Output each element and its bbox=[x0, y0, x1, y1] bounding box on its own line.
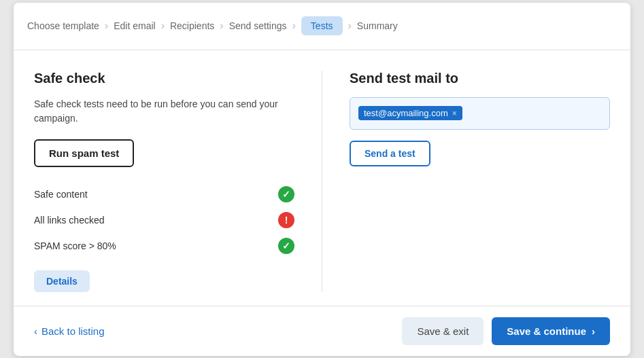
check-label-all-links: All links checked bbox=[34, 215, 105, 226]
check-icon-all-links: ! bbox=[278, 212, 294, 228]
send-test-title: Send test mail to bbox=[350, 71, 610, 86]
left-panel: Safe check Safe check tests need to be r… bbox=[34, 71, 322, 292]
back-to-listing-label: Back to listing bbox=[41, 325, 105, 337]
save-exit-button[interactable]: Save & exit bbox=[402, 317, 484, 345]
main-content: Safe check Safe check tests need to be r… bbox=[14, 50, 630, 306]
check-label-spam-score: SPAM score > 80% bbox=[34, 240, 116, 251]
step-edit-email[interactable]: Edit email bbox=[114, 20, 155, 31]
save-continue-button[interactable]: Save & continue › bbox=[492, 317, 610, 345]
send-test-button[interactable]: Send a test bbox=[350, 141, 430, 166]
step-arrow-5: › bbox=[348, 20, 352, 32]
email-input-box[interactable]: test@acymailing.com × bbox=[350, 97, 610, 130]
email-tag-close[interactable]: × bbox=[452, 109, 457, 118]
run-spam-button[interactable]: Run spam test bbox=[34, 139, 134, 167]
main-window: Choose template › Edit email › Recipient… bbox=[14, 3, 630, 356]
email-tag-address: test@acymailing.com bbox=[364, 108, 448, 118]
footer-right: Save & exit Save & continue › bbox=[402, 317, 610, 345]
safe-check-desc: Safe check tests need to be run before y… bbox=[34, 97, 294, 126]
back-arrow-icon: ‹ bbox=[34, 325, 37, 337]
step-label: Summary bbox=[357, 20, 398, 31]
safe-check-title: Safe check bbox=[34, 71, 294, 86]
step-arrow-2: › bbox=[161, 20, 165, 32]
step-arrow-4: › bbox=[292, 20, 296, 32]
step-summary[interactable]: Summary bbox=[357, 20, 398, 31]
check-icon-spam-score: ✓ bbox=[278, 238, 294, 254]
step-recipients[interactable]: Recipients bbox=[170, 20, 214, 31]
step-label: Send settings bbox=[229, 20, 287, 31]
check-label-safe-content: Safe content bbox=[34, 189, 88, 200]
right-panel: Send test mail to test@acymailing.com × … bbox=[322, 71, 610, 292]
step-label: Tests bbox=[311, 20, 333, 31]
stepper: Choose template › Edit email › Recipient… bbox=[14, 3, 630, 50]
email-tag: test@acymailing.com × bbox=[358, 106, 462, 120]
step-send-settings[interactable]: Send settings bbox=[229, 20, 287, 31]
back-to-listing-link[interactable]: ‹ Back to listing bbox=[34, 325, 105, 337]
check-icon-safe-content: ✓ bbox=[278, 186, 294, 202]
footer: ‹ Back to listing Save & exit Save & con… bbox=[14, 306, 630, 356]
step-arrow-1: › bbox=[105, 20, 108, 32]
step-label: Recipients bbox=[170, 20, 214, 31]
check-safe-content: Safe content ✓ bbox=[34, 186, 294, 202]
continue-arrow-icon: › bbox=[592, 325, 595, 337]
step-arrow-3: › bbox=[220, 20, 223, 32]
details-button[interactable]: Details bbox=[34, 270, 90, 292]
save-continue-label: Save & continue bbox=[507, 325, 586, 337]
step-label: Edit email bbox=[114, 20, 155, 31]
step-tests[interactable]: Tests bbox=[301, 16, 343, 35]
check-all-links: All links checked ! bbox=[34, 212, 294, 228]
check-spam-score: SPAM score > 80% ✓ bbox=[34, 238, 294, 254]
step-choose-template[interactable]: Choose template bbox=[27, 20, 99, 31]
step-label: Choose template bbox=[27, 20, 99, 31]
